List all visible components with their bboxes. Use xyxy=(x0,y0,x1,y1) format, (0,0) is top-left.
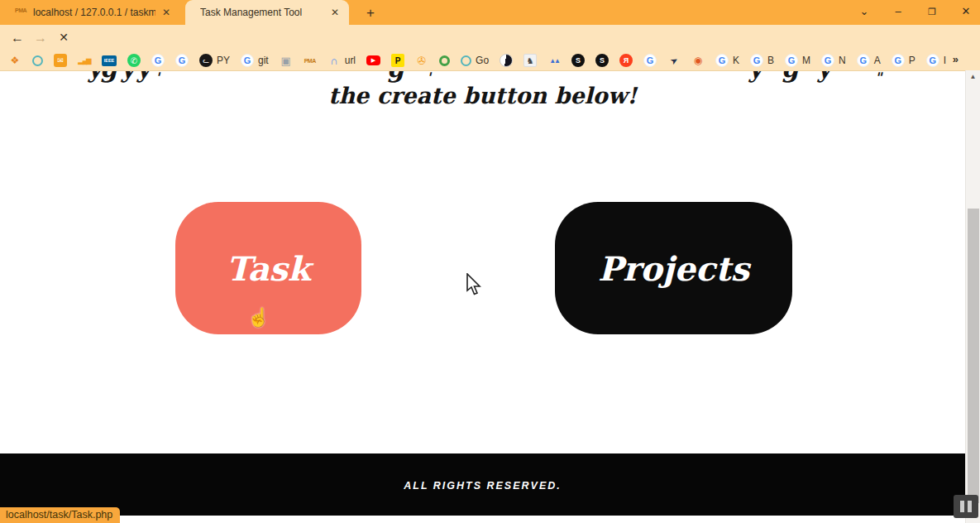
bookmark-google-g-git[interactable]: Ggit xyxy=(241,54,269,67)
bookmark-phpmyadmin[interactable]: PMA xyxy=(304,54,317,67)
clipped-glyph: g xyxy=(387,71,404,83)
new-tab-button[interactable]: + xyxy=(361,3,380,23)
vertical-scrollbar[interactable]: ▲ xyxy=(965,70,980,523)
projects-button[interactable]: Projects xyxy=(555,202,792,334)
clipped-glyph: g xyxy=(782,71,799,83)
bookmark-teal-swirl[interactable] xyxy=(32,55,43,66)
scrollbar-thumb[interactable] xyxy=(968,209,979,503)
google-g-icon: G xyxy=(151,54,165,67)
grey-briefcase-icon: ▣ xyxy=(280,54,293,67)
back-button[interactable]: ← xyxy=(7,27,28,49)
orange-diamonds-icon: ❖ xyxy=(8,54,22,67)
clipped-glyph: y xyxy=(817,71,831,83)
scroll-up-arrow-icon[interactable]: ▲ xyxy=(966,73,980,80)
bookmark-google-g-i[interactable]: GI xyxy=(926,54,946,67)
bookmarks-bar: ❖✉▂▄▆IEEE✆GGᓚPYGgit▣PMA∩url▶P✇Go♞▲▲SSЯG➤… xyxy=(0,50,980,70)
bookmark-yellow-p[interactable]: P xyxy=(391,54,404,67)
bookmark-google-g-m[interactable]: GM xyxy=(785,54,810,67)
bookmark-google-g-b[interactable]: GB xyxy=(750,54,774,67)
bookmark-orange-mail[interactable]: ✉ xyxy=(54,54,67,67)
clipped-glyph: y xyxy=(121,71,135,83)
google-g-icon: G xyxy=(750,54,763,67)
clipped-glyph: y xyxy=(748,71,762,83)
bookmark-google-g[interactable]: G xyxy=(175,54,189,67)
bookmark-analytics-bars[interactable]: ▂▄▆ xyxy=(78,54,91,67)
bookmark-google-g-p[interactable]: GP xyxy=(892,54,915,67)
bookmark-label: Go xyxy=(476,55,489,66)
bookmark-rainbow-arc-url[interactable]: ∩url xyxy=(327,54,356,67)
hand-pointer-cursor: ☝ xyxy=(247,307,270,329)
analytics-bars-icon: ▂▄▆ xyxy=(78,54,91,67)
bookmark-green-ring[interactable] xyxy=(439,55,450,66)
page-heading: the create button below! xyxy=(0,83,965,108)
phpmyadmin-icon: PMA xyxy=(304,54,317,67)
bookmark-github-octocat-py[interactable]: ᓚPY xyxy=(199,54,230,67)
tab-title: Task Management Tool xyxy=(200,7,302,18)
window-maximize-button[interactable]: ❐ xyxy=(915,0,949,25)
orange-eye-icon: ◉ xyxy=(691,54,705,67)
tab-phpmyadmin[interactable]: PMA localhost / 127.0.0.1 / taskmanag ✕ xyxy=(7,0,180,25)
black-s-icon: S xyxy=(595,54,609,67)
bookmark-orange-diamonds[interactable]: ❖ xyxy=(8,54,22,67)
pause-bar-icon xyxy=(960,501,964,512)
bookmark-label: PY xyxy=(217,55,230,66)
bookmark-google-g-a[interactable]: GA xyxy=(857,54,881,67)
bookmark-figure[interactable]: ♞ xyxy=(523,54,537,67)
figure-icon: ♞ xyxy=(523,54,537,67)
rainbow-arc-icon: ∩ xyxy=(327,54,341,67)
tab-task-management-tool[interactable]: Task Management Tool ✕ xyxy=(185,0,349,25)
clipped-glyph: y xyxy=(136,71,151,83)
yandex-icon: Я xyxy=(619,54,633,67)
dark-paper-plane-icon: ➤ xyxy=(665,51,683,70)
pause-overlay-button[interactable] xyxy=(954,495,978,518)
google-g-icon: G xyxy=(175,54,189,67)
bookmark-google-g-k[interactable]: GK xyxy=(715,54,739,67)
black-s-icon: S xyxy=(571,54,585,67)
bookmark-whatsapp[interactable]: ✆ xyxy=(127,54,141,67)
tab-close-icon[interactable]: ✕ xyxy=(329,7,341,18)
pause-bar-icon xyxy=(968,501,972,512)
google-g-icon: G xyxy=(785,54,798,67)
window-close-button[interactable]: ✕ xyxy=(949,0,980,25)
google-g-icon: G xyxy=(241,54,254,67)
whatsapp-icon: ✆ xyxy=(127,54,141,67)
bookmark-label: I xyxy=(944,55,946,66)
bookmark-google-g-n[interactable]: GN xyxy=(821,54,846,67)
bookmark-google-g[interactable]: G xyxy=(643,54,657,67)
bookmark-google-g[interactable]: G xyxy=(151,54,165,67)
bookmark-youtube[interactable]: ▶ xyxy=(366,55,380,65)
bookmark-black-s[interactable]: S xyxy=(595,54,609,67)
youtube-icon: ▶ xyxy=(366,55,380,65)
bookmark-label: B xyxy=(767,55,774,66)
bookmark-orange-eye[interactable]: ◉ xyxy=(691,54,705,67)
orange-mail-icon: ✉ xyxy=(54,54,67,67)
yellow-p-icon: P xyxy=(391,54,404,67)
bookmarks-overflow-chevron[interactable]: » xyxy=(953,53,958,65)
bookmark-label: N xyxy=(839,55,846,66)
github-octocat-icon: ᓚ xyxy=(199,54,213,67)
green-ring-icon xyxy=(439,55,450,66)
bookmark-dark-paper-plane[interactable]: ➤ xyxy=(667,54,681,67)
bookmark-ieee[interactable]: IEEE xyxy=(102,55,117,66)
bookmark-grey-briefcase[interactable]: ▣ xyxy=(280,54,293,67)
window-minimize-button[interactable]: – xyxy=(882,0,915,25)
tab-search-chevron-icon[interactable]: ⌄ xyxy=(848,0,881,25)
footer-text: All rights reserved. xyxy=(0,480,965,492)
page-footer: All rights reserved. xyxy=(0,453,965,516)
orange-camera-icon: ✇ xyxy=(415,54,428,67)
google-g-icon: G xyxy=(643,54,657,67)
bookmark-label: url xyxy=(345,55,356,66)
bookmark-black-s[interactable]: S xyxy=(571,54,585,67)
bookmark-blue-mountains[interactable]: ▲▲ xyxy=(547,54,561,67)
bookmark-duck[interactable] xyxy=(500,54,513,67)
tab-close-icon[interactable]: ✕ xyxy=(160,7,172,18)
bookmark-label: P xyxy=(909,55,915,66)
web-page-content: ygyy'g'ygy" the create button below! Tas… xyxy=(0,70,965,523)
stop-loading-button[interactable]: ✕ xyxy=(53,27,74,49)
bookmark-teal-swirl-go[interactable]: Go xyxy=(461,55,489,66)
bookmark-yandex[interactable]: Я xyxy=(619,54,633,67)
forward-button[interactable]: → xyxy=(30,27,51,49)
phpmyadmin-favicon-icon: PMA xyxy=(15,7,28,17)
bookmark-orange-camera[interactable]: ✇ xyxy=(415,54,428,67)
teal-swirl-icon xyxy=(461,55,471,66)
